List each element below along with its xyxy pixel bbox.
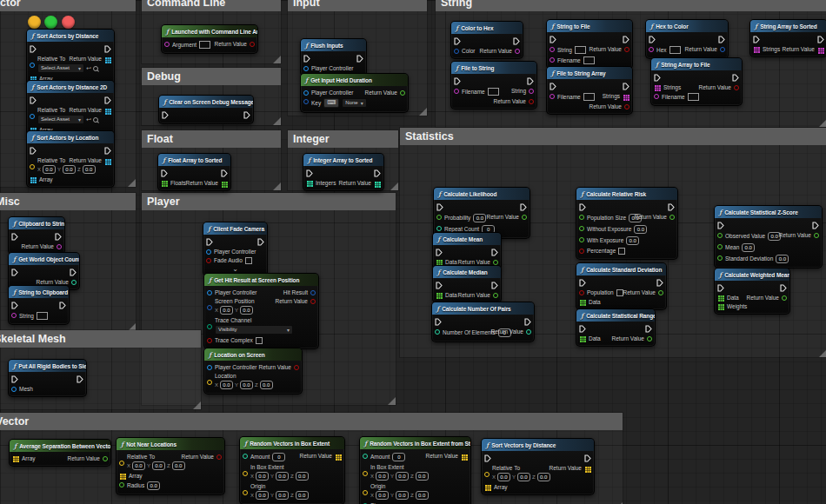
pin-return-value[interactable]: [105, 159, 107, 161]
value-field[interactable]: 0.0: [634, 225, 647, 234]
comment-header-debug[interactable]: Debug: [142, 68, 281, 85]
pin-return-value[interactable]: [375, 182, 376, 183]
exec-in-pin[interactable]: [161, 169, 168, 177]
exec-in-pin[interactable]: [654, 74, 661, 82]
comment-header-integer[interactable]: Integer: [288, 130, 398, 148]
vector-value-field[interactable]: 0.0: [376, 491, 389, 500]
node-header[interactable]: ƒCalculate Mean: [433, 233, 501, 245]
node-header[interactable]: ƒFile to String Array: [547, 67, 632, 79]
node-header[interactable]: ƒCalculate Number Of Pairs: [432, 302, 534, 315]
browse-asset-icon[interactable]: [93, 117, 98, 123]
text-field[interactable]: [37, 312, 48, 320]
pin-in-box-extent[interactable]: [243, 471, 248, 476]
exec-out-pin[interactable]: [221, 169, 228, 177]
exec-out-pin[interactable]: [374, 169, 381, 177]
node-calculate-likelihood[interactable]: ƒCalculate LikelihoodProbability0.0Retur…: [433, 187, 530, 239]
use-selected-asset-icon[interactable]: ↩: [86, 116, 91, 123]
pin-relative-to[interactable]: [484, 472, 490, 477]
exec-in-pin[interactable]: [11, 375, 18, 383]
pin-player-controller[interactable]: [303, 90, 309, 96]
pin-data[interactable]: [580, 300, 582, 302]
vector-value-field[interactable]: 0.0: [416, 472, 429, 481]
node-header[interactable]: ƒCalculate Weighted Mean: [715, 269, 789, 281]
node-header[interactable]: ƒInteger Array to Sorted: [303, 154, 383, 166]
pin-number-of-elements[interactable]: [435, 329, 440, 335]
pin-return-value[interactable]: [105, 57, 107, 59]
exec-out-pin[interactable]: [584, 454, 591, 462]
node-string-array-to-file[interactable]: ƒString Array to FileStringsReturn Value…: [650, 57, 743, 106]
node-header[interactable]: ƒSort Vectors by Distance: [482, 439, 594, 451]
pin-return-value[interactable]: [624, 104, 629, 109]
comment-header-float[interactable]: Float: [142, 130, 281, 148]
node-header[interactable]: ƒCalculate Statistical Range: [576, 309, 655, 322]
vector-value-field[interactable]: 0.0: [517, 473, 530, 481]
vector-value-field[interactable]: 0.0: [296, 472, 309, 481]
pin-return-value[interactable]: [814, 233, 819, 238]
checkbox[interactable]: [256, 337, 263, 344]
vector-value-field[interactable]: 0.0: [416, 491, 429, 500]
value-field[interactable]: 0.0: [742, 243, 755, 252]
pin-trace-channel[interactable]: [207, 324, 212, 329]
pin-return-value[interactable]: [222, 182, 223, 183]
exec-out-pin[interactable]: [59, 302, 66, 309]
text-field[interactable]: [583, 56, 595, 64]
exec-out-pin[interactable]: [520, 203, 527, 211]
pin-return-value[interactable]: [400, 90, 405, 96]
pin-standard-deviation[interactable]: [717, 255, 723, 261]
node-sort-actors-by-distance-2d[interactable]: ƒSort Actors by Distance 2DRelative ToSe…: [26, 80, 115, 138]
vector-value-field[interactable]: 0.0: [240, 381, 253, 389]
pin-relative-to[interactable]: [119, 461, 124, 466]
comment-header-command-line[interactable]: Command Line: [142, 0, 281, 11]
text-field[interactable]: [583, 93, 595, 101]
exec-out-pin[interactable]: [623, 83, 629, 90]
value-field[interactable]: 0.0: [776, 255, 789, 263]
exec-in-pin[interactable]: [11, 269, 18, 276]
pin-string[interactable]: [529, 89, 534, 94]
exec-in-pin[interactable]: [303, 55, 310, 63]
exec-in-pin[interactable]: [454, 77, 461, 85]
node-calculate-relative-risk[interactable]: ƒCalculate Relative RiskPopulation Size0…: [576, 187, 678, 260]
pin-repeat-count[interactable]: [436, 226, 442, 231]
exec-out-pin[interactable]: [656, 279, 663, 287]
pin-array[interactable]: [30, 128, 32, 129]
reroute-node-green[interactable]: [44, 16, 57, 29]
value-field[interactable]: 0: [392, 453, 405, 461]
pin-return-value[interactable]: [526, 329, 531, 335]
node-header[interactable]: ƒGet Input Held Duration: [301, 74, 408, 86]
exec-out-pin[interactable]: [645, 325, 652, 333]
exec-in-pin[interactable]: [579, 203, 586, 211]
pin-weights[interactable]: [718, 304, 720, 306]
pin-origin[interactable]: [243, 490, 248, 495]
node-clear-on-screen-debug-messages[interactable]: ƒClear on Screen Debug Messages: [158, 95, 254, 124]
exec-in-pin[interactable]: [435, 318, 442, 326]
comment-header-input[interactable]: Input: [288, 0, 427, 11]
node-string-to-file[interactable]: ƒString to FileStringReturn ValueFilenam…: [546, 19, 633, 70]
vector-value-field[interactable]: 0.0: [63, 165, 76, 174]
pin-screen-position[interactable]: [207, 305, 212, 310]
exec-in-pin[interactable]: [484, 454, 491, 462]
exec-in-pin[interactable]: [11, 302, 18, 309]
node-random-vectors-in-box-extent[interactable]: ƒRandom Vectors in Box ExtentAmount0Retu…: [239, 436, 345, 504]
exec-out-pin[interactable]: [718, 36, 725, 43]
pin-argument[interactable]: [164, 42, 170, 47]
exec-out-pin[interactable]: [817, 36, 824, 43]
exec-in-pin[interactable]: [579, 325, 586, 333]
enum-dropdown[interactable]: Visibility▾: [215, 325, 293, 335]
pin-floats[interactable]: [162, 181, 163, 182]
comment-header-skeletal-mesh[interactable]: Skeletal Mesh: [0, 330, 201, 348]
checkbox[interactable]: [245, 257, 252, 264]
node-color-to-hex[interactable]: ƒColor to HexColorReturn Value: [450, 21, 523, 59]
pin-observed-value[interactable]: [717, 233, 723, 238]
pin-in-box-extent[interactable]: [363, 471, 368, 476]
pin-filename[interactable]: [454, 89, 459, 94]
text-field[interactable]: [669, 46, 681, 54]
value-field[interactable]: 0: [272, 453, 285, 461]
node-header[interactable]: ƒPut All Rigid Bodies to Sleep: [9, 360, 86, 372]
expand-chevron-icon[interactable]: ⌄: [232, 267, 238, 271]
comment-header-player[interactable]: Player: [142, 193, 396, 210]
exec-out-pin[interactable]: [356, 55, 363, 63]
node-header[interactable]: ƒAverage Separation Between Vectors: [10, 440, 110, 452]
node-float-array-to-sorted[interactable]: ƒFloat Array to SortedFloatsReturn Value: [157, 153, 231, 191]
pin-probability[interactable]: [436, 215, 442, 220]
pin-string[interactable]: [11, 313, 17, 318]
